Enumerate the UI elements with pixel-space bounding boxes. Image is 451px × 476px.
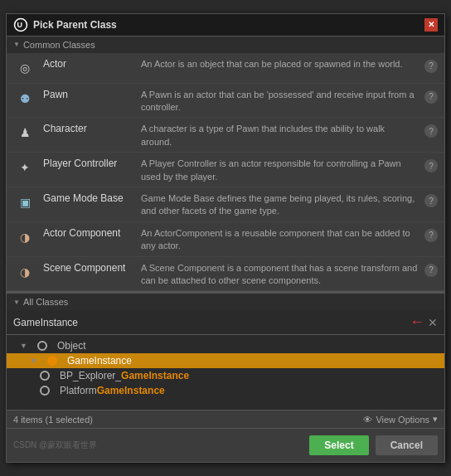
tree-item-bp-explorer[interactable]: BP_Explorer_GameInstance xyxy=(7,368,444,383)
actor-component-icon: ◑ xyxy=(13,226,36,249)
select-button[interactable]: Select xyxy=(309,435,368,455)
watermark-text: CSDN @蒙双眼看世界 xyxy=(13,440,303,451)
player-controller-desc: A Player Controller is an actor responsi… xyxy=(141,156,418,183)
view-options-label: View Options xyxy=(376,415,429,425)
character-name: Character xyxy=(43,121,134,134)
game-mode-base-icon: ▣ xyxy=(13,191,36,214)
player-controller-icon: ✦ xyxy=(13,156,36,179)
tree-view: ▼ Object ▼ GameInstance BP_Explorer_Game… xyxy=(7,335,444,410)
footer: CSDN @蒙双眼看世界 Select Cancel xyxy=(7,428,444,462)
pawn-desc: A Pawn is an actor that can be 'possesse… xyxy=(141,87,418,114)
class-row-actor[interactable]: ◎ Actor An Actor is an object that can b… xyxy=(7,53,444,84)
character-help-icon[interactable]: ? xyxy=(424,124,438,138)
game-mode-base-desc: Game Mode Base defines the game being pl… xyxy=(141,191,418,218)
scene-component-help-icon[interactable]: ? xyxy=(424,264,438,277)
scene-component-icon: ◑ xyxy=(13,260,36,284)
player-controller-help-icon[interactable]: ? xyxy=(424,159,438,172)
character-desc: A character is a type of Pawn that inclu… xyxy=(141,121,418,148)
actor-component-help-icon[interactable]: ? xyxy=(424,229,438,242)
pawn-icon: ⚉ xyxy=(13,87,36,110)
all-classes-collapse-icon: ▼ xyxy=(13,299,20,306)
pick-parent-class-window: U Pick Parent Class ✕ ▼ Common Classes ◎… xyxy=(6,13,445,464)
actor-icon: ◎ xyxy=(13,56,36,80)
red-arrow-indicator: ← xyxy=(410,313,424,331)
pawn-help-icon[interactable]: ? xyxy=(424,90,438,104)
common-classes-label: Common Classes xyxy=(23,40,95,50)
all-classes-header: ▼ All Classes xyxy=(7,293,444,310)
gameinstance-label: GameInstance xyxy=(67,355,132,367)
scene-component-name: Scene Component xyxy=(43,260,134,274)
class-row-player-controller[interactable]: ✦ Player Controller A Player Controller … xyxy=(7,153,444,187)
actor-desc: An Actor is an object that can be placed… xyxy=(141,56,418,70)
class-row-actor-component[interactable]: ◑ Actor Component An ActorComponent is a… xyxy=(7,222,444,257)
gameinstance-circle-icon xyxy=(47,356,57,366)
object-circle-icon xyxy=(37,341,47,351)
class-row-pawn[interactable]: ⚉ Pawn A Pawn is an actor that can be 'p… xyxy=(7,84,444,119)
eye-icon: 👁 xyxy=(363,415,372,425)
class-row-character[interactable]: ♟ Character A character is a type of Paw… xyxy=(7,118,444,153)
tree-item-gameinstance[interactable]: ▼ GameInstance xyxy=(7,353,444,368)
class-row-game-mode-base[interactable]: ▣ Game Mode Base Game Mode Base defines … xyxy=(7,187,444,222)
platform-circle-icon xyxy=(40,386,50,396)
object-arrow-icon: ▼ xyxy=(20,342,27,350)
svg-text:U: U xyxy=(17,21,23,29)
all-classes-label: All Classes xyxy=(23,297,68,307)
close-button[interactable]: ✕ xyxy=(424,18,438,32)
gameinstance-arrow-icon: ▼ xyxy=(30,357,37,365)
status-bar: 4 items (1 selected) 👁 View Options ▾ xyxy=(7,410,444,428)
tree-item-object[interactable]: ▼ Object xyxy=(7,338,444,353)
title-left: U Pick Parent Class xyxy=(13,17,117,32)
search-bar: ← ✕ xyxy=(7,310,444,335)
tree-item-platform[interactable]: PlatformGameInstance xyxy=(7,383,444,398)
platform-highlight: GameInstance xyxy=(97,385,165,396)
scene-component-desc: A Scene Component is a component that ha… xyxy=(141,260,418,288)
window-title: Pick Parent Class xyxy=(33,19,117,31)
player-controller-name: Player Controller xyxy=(43,156,134,169)
pawn-name: Pawn xyxy=(43,87,134,100)
character-icon: ♟ xyxy=(13,121,36,144)
bp-explorer-highlight: GameInstance xyxy=(121,370,189,381)
platform-label: PlatformGameInstance xyxy=(60,385,165,396)
clear-search-button[interactable]: ✕ xyxy=(428,316,438,329)
game-mode-base-help-icon[interactable]: ? xyxy=(424,194,438,207)
view-options-chevron-icon: ▾ xyxy=(433,414,438,425)
actor-component-name: Actor Component xyxy=(43,226,134,239)
bp-explorer-label: BP_Explorer_GameInstance xyxy=(60,370,189,381)
search-input[interactable] xyxy=(13,317,406,328)
actor-help-icon[interactable]: ? xyxy=(424,60,438,73)
common-classes-list: ◎ Actor An Actor is an object that can b… xyxy=(7,53,444,292)
collapse-triangle-icon: ▼ xyxy=(13,41,20,48)
game-mode-base-name: Game Mode Base xyxy=(43,191,134,204)
all-classes-section: ▼ All Classes ← ✕ ▼ Object ▼ xyxy=(7,291,444,428)
common-classes-header: ▼ Common Classes xyxy=(7,36,444,53)
cancel-button[interactable]: Cancel xyxy=(376,435,438,455)
class-row-scene-component[interactable]: ◑ Scene Component A Scene Component is a… xyxy=(7,257,444,292)
actor-name: Actor xyxy=(43,56,134,70)
item-count-status: 4 items (1 selected) xyxy=(13,415,93,425)
titlebar: U Pick Parent Class ✕ xyxy=(7,14,444,36)
actor-component-desc: An ActorComponent is a reusable componen… xyxy=(141,226,418,253)
view-options-button[interactable]: 👁 View Options ▾ xyxy=(363,414,438,425)
bp-explorer-circle-icon xyxy=(40,371,50,381)
ue-logo-icon: U xyxy=(13,17,28,32)
object-label: Object xyxy=(57,340,86,352)
